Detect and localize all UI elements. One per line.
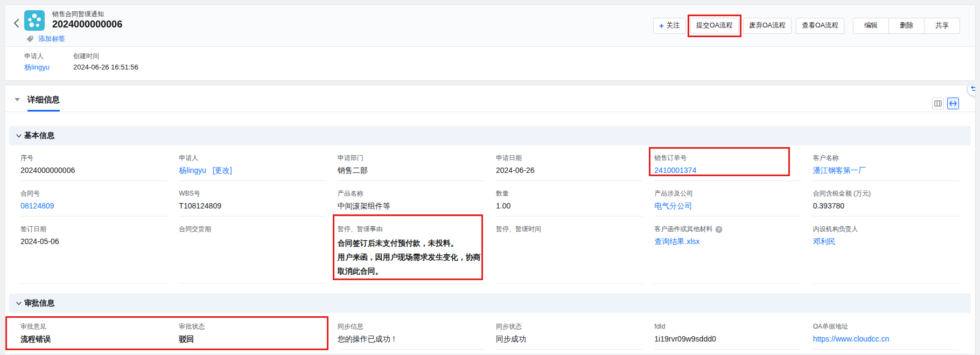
field-contract-number: 合同号 08124809 <box>20 181 167 217</box>
field-applicant: 申请人 杨lingyu [更改] <box>179 145 325 181</box>
customer-link[interactable]: 潘江钢客第一厂 <box>813 166 866 175</box>
expand-width-button[interactable] <box>947 98 959 109</box>
record-type-label: 销售合同暂缓通知 <box>52 10 122 18</box>
suspension-reason-line1: 合同签订后未支付预付款，未投料。 <box>338 236 481 250</box>
delete-button[interactable]: 删除 <box>888 18 925 34</box>
record-header-card: 销售合同暂缓通知 2024000000006 添加标签 + 关注 <box>4 4 976 81</box>
help-icon[interactable]: ? <box>715 226 723 233</box>
field-serial-number: 序号 2024000000006 <box>20 145 167 181</box>
field-suspension-time: 暂停、暂缓时间 <box>496 217 642 284</box>
record-detail-page: 销售合同暂缓通知 2024000000006 添加标签 + 关注 <box>0 4 980 355</box>
view-oa-button[interactable]: 查看OA流程 <box>796 18 844 34</box>
layout-columns-button[interactable] <box>932 98 944 109</box>
section-header-approval-info[interactable]: 审批信息 <box>9 294 971 313</box>
record-number: 2024000000006 <box>52 19 122 30</box>
summary-created-time: 创建时间 2024-06-26 16:51:56 <box>73 52 138 80</box>
internal-manager-link[interactable]: 邓利民 <box>813 237 836 246</box>
field-apply-date: 申请日期 2024-06-26 <box>496 145 642 181</box>
field-product-name: 产品名称 中间滚架组件等 <box>338 181 484 217</box>
applicant-value-link[interactable]: 杨lingyu <box>179 166 206 175</box>
basic-info-grid: 序号 2024000000006 申请人 杨lingyu [更改] 申请部门 销… <box>5 145 975 284</box>
add-tag-link[interactable]: 添加标签 <box>38 34 65 44</box>
suspension-reason-line2: 用户来函，因用户现场需求发生变化，协商取消此合同。 <box>338 250 481 278</box>
tag-icon <box>26 35 34 43</box>
record-type-icon <box>24 10 45 31</box>
field-suspension-reason: 暂停、暂缓事由 合同签订后未支付预付款，未投料。 用户来函，因用户现场需求发生变… <box>338 217 484 284</box>
product-company-link[interactable]: 电气分公司 <box>654 201 692 210</box>
tab-detail-info[interactable]: 详细信息 <box>27 94 60 112</box>
section-collapse-icon <box>16 134 22 138</box>
field-internal-manager: 内设机构负责人 邓利民 <box>813 217 960 284</box>
discard-oa-button[interactable]: 废弃OA流程 <box>743 18 792 34</box>
submit-oa-button[interactable]: 提交OA流程 <box>690 18 739 34</box>
field-customer-letter: 客户函件或其他材料 ? 查询结果.xlsx <box>654 217 801 284</box>
field-oa-document-url: OA单据地址 https://www.cloudcc.cn <box>813 314 960 350</box>
approval-info-grid: 审批意见 流程错误 审批状态 驳回 同步信息 您的操作已成功！ 同步状态 同步成… <box>5 313 975 350</box>
record-action-group: 编辑 删除 共享 <box>853 18 960 34</box>
field-customer-name: 客户名称 潘江钢客第一厂 <box>813 145 960 181</box>
share-button[interactable]: 共享 <box>924 18 960 34</box>
field-contract-delivery-date: 合同交货期 <box>179 217 325 284</box>
field-approval-opinion: 审批意见 流程错误 <box>20 314 167 350</box>
section-collapse-icon <box>16 302 22 305</box>
field-product-company: 产品涉及公司 电气分公司 <box>654 181 801 217</box>
field-fdid: fdId 1i19rvr09w9sddd0 <box>654 314 801 350</box>
field-signing-date: 签订日期 2024-05-06 <box>20 217 167 284</box>
contract-number-link[interactable]: 08124809 <box>20 201 54 210</box>
edit-button[interactable]: 编辑 <box>853 18 889 34</box>
section-header-basic-info[interactable]: 基本信息 <box>9 126 971 145</box>
field-quantity: 数量 1.00 <box>496 181 642 217</box>
record-actions: + 关注 提交OA流程 废弃OA流程 查看OA流程 编辑 删除 共享 <box>653 5 960 46</box>
record-title-block: 销售合同暂缓通知 2024000000006 添加标签 <box>24 10 122 46</box>
svg-text:?: ? <box>718 227 721 232</box>
record-summary-strip: 申请人 杨lingyu 创建时间 2024-06-26 16:51:56 <box>5 47 975 80</box>
plus-icon: + <box>659 22 664 30</box>
back-icon[interactable] <box>12 18 24 46</box>
summary-applicant: 申请人 杨lingyu <box>24 52 50 80</box>
detail-tab-row: 详细信息 <box>5 85 975 112</box>
attachment-link[interactable]: 查询结果.xlsx <box>654 237 699 246</box>
field-contract-amount: 合同含税金额 (万元) 0.393780 <box>813 181 960 217</box>
field-sync-message: 同步信息 您的操作已成功！ <box>338 314 484 350</box>
field-wbs-number: WBS号 T108124809 <box>179 181 325 217</box>
follow-button[interactable]: + 关注 <box>653 18 686 34</box>
detail-card: 详细信息 基本信息 序号 2024000000006 申请人 杨li <box>4 85 976 355</box>
field-sales-order-number: 销售订单号 2410001374 <box>654 145 801 181</box>
field-sync-status: 同步状态 同步成功 <box>496 314 642 350</box>
sales-order-link[interactable]: 2410001374 <box>654 166 696 175</box>
field-approval-status: 审批状态 驳回 <box>179 314 325 350</box>
change-applicant-link[interactable]: [更改] <box>213 166 232 175</box>
applicant-link[interactable]: 杨lingyu <box>24 62 50 72</box>
field-apply-department: 申请部门 销售二部 <box>338 145 484 181</box>
oa-url-link[interactable]: https://www.cloudcc.cn <box>813 335 890 343</box>
record-header-main: 销售合同暂缓通知 2024000000006 添加标签 + 关注 <box>5 5 975 47</box>
collapse-caret-icon[interactable] <box>15 98 20 101</box>
